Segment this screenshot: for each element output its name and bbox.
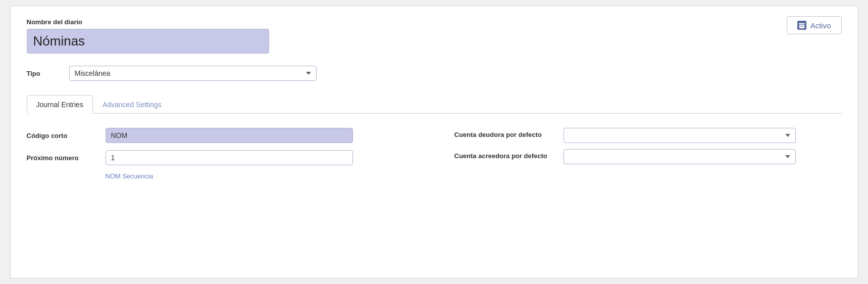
sequence-link[interactable]: NOM Secuencia [106,172,434,180]
credit-account-select[interactable] [564,149,796,164]
next-number-label: Próximo número [27,154,97,162]
tipo-row: Tipo Miscelánea Ventas Compras Banco Efe… [27,66,842,81]
tipo-select[interactable]: Miscelánea Ventas Compras Banco Efectivo [69,66,317,81]
debit-account-row: Cuenta deudora por defecto [454,128,842,143]
tab-advanced-settings[interactable]: Advanced Settings [93,95,171,114]
short-code-label: Código corto [27,132,97,139]
debit-account-select[interactable] [564,128,796,143]
archive-icon [797,21,806,30]
svg-rect-2 [800,26,803,27]
debit-account-label: Cuenta deudora por defecto [454,128,555,138]
credit-account-label: Cuenta acreedora por defecto [454,149,555,160]
content-area: Código corto Próximo número NOM Secuenci… [27,128,842,180]
svg-rect-0 [799,23,805,24]
active-button[interactable]: Activo [787,16,842,34]
tabs-row: Journal Entries Advanced Settings [27,95,842,114]
active-label: Activo [810,21,831,30]
short-code-row: Código corto [27,128,434,143]
journal-name-section: Nombre del diario [27,18,842,54]
tab-journal-entries[interactable]: Journal Entries [27,95,93,114]
credit-account-row: Cuenta acreedora por defecto [454,149,842,164]
journal-name-input[interactable] [27,29,269,54]
main-card: Activo Nombre del diario Tipo Miscelánea… [10,6,858,278]
next-number-row: Próximo número [27,150,434,165]
tipo-label: Tipo [27,70,57,77]
left-section: Código corto Próximo número NOM Secuenci… [27,128,434,180]
right-section: Cuenta deudora por defecto Cuenta acreed… [434,128,842,180]
next-number-input[interactable] [106,150,353,165]
journal-name-label: Nombre del diario [27,18,842,26]
short-code-input[interactable] [106,128,353,143]
